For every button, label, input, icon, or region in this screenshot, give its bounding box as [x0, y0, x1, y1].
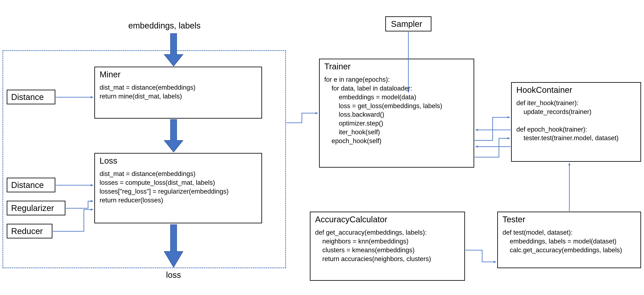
loss-title: Loss [100, 156, 257, 166]
arrow-accuracy-to-tester [466, 250, 496, 262]
arrow-trainer-iterhook-to-hook [474, 117, 510, 140]
distance-loss-box: Distance [7, 178, 55, 192]
miner-box: Miner dist_mat = distance(embeddings) re… [94, 67, 262, 119]
tester-body: def test(model, dataset): embeddings, la… [502, 228, 636, 255]
hookcontainer-title: HookContainer [516, 85, 636, 95]
tester-box: Tester def test(model, dataset): embeddi… [497, 212, 641, 268]
output-label: loss [166, 270, 181, 280]
sampler-box: Sampler [385, 16, 432, 31]
accuracycalculator-box: AccuracyCalculator def get_accuracy(embe… [310, 212, 465, 281]
loss-body: dist_mat = distance(embeddings) losses =… [100, 170, 257, 205]
miner-body: dist_mat = distance(embeddings) return m… [100, 83, 257, 101]
distance-miner-box: Distance [7, 90, 55, 104]
reducer-box: Reducer [7, 224, 52, 239]
arrow-pipeline-to-trainer [286, 113, 318, 123]
trainer-title: Trainer [324, 61, 469, 71]
regularizer-box: Regularizer [7, 201, 66, 215]
diagram-canvas: embeddings, labels loss Miner dist_mat =… [0, 0, 644, 295]
input-label: embeddings, labels [128, 21, 200, 30]
hookcontainer-body: def iter_hook(trainer): update_records(t… [516, 99, 636, 142]
accuracycalculator-title: AccuracyCalculator [315, 214, 460, 224]
arrow-trainer-epochhook-to-hook [474, 138, 510, 157]
miner-title: Miner [100, 69, 257, 79]
trainer-box: Trainer for e in range(epochs): for data… [319, 59, 474, 168]
trainer-body: for e in range(epochs): for data, label … [324, 75, 469, 145]
accuracycalculator-body: def get_accuracy(embeddings, labels): ne… [315, 228, 460, 263]
loss-box: Loss dist_mat = distance(embeddings) los… [94, 153, 262, 223]
hookcontainer-box: HookContainer def iter_hook(trainer): up… [511, 82, 641, 162]
tester-title: Tester [502, 214, 636, 224]
